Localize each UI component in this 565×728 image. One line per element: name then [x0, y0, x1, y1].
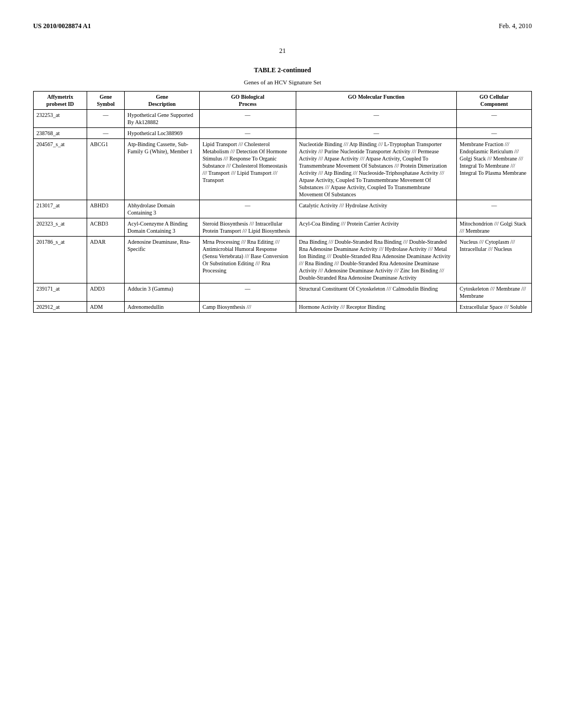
table-row: 204567_s_atABCG1Atp-Binding Cassette, Su… — [34, 139, 532, 200]
table-row: 202323_s_atACBD3Acyl-Coenzyme A Binding … — [34, 218, 532, 237]
go-cellular: — — [457, 128, 532, 139]
probeset-id: 239171_at — [34, 283, 87, 302]
go-molecular: — — [296, 110, 456, 128]
go-biological: Camp Biosynthesis /// — [199, 302, 296, 313]
gene-symbol: ADAR — [87, 237, 125, 283]
patent-date: Feb. 4, 2010 — [499, 22, 532, 30]
table-row: 201786_s_atADARAdenosine Deaminase, Rna-… — [34, 237, 532, 283]
go-biological: Lipid Transport /// Cholesterol Metaboli… — [199, 139, 296, 200]
page-header: US 2010/0028874 A1 Feb. 4, 2010 — [33, 22, 532, 30]
page-number: 21 — [33, 47, 532, 55]
go-cellular: — — [457, 110, 532, 128]
col-header-probeset: Affymetrixprobeset ID — [34, 92, 87, 110]
data-table: Affymetrixprobeset ID GeneSymbol GeneDes… — [33, 91, 532, 313]
table-row: 239171_atADD3Adducin 3 (Gamma)—Structura… — [34, 283, 532, 302]
gene-symbol: — — [87, 110, 125, 128]
go-cellular: Nucleus /// Cytoplasm /// Intracellular … — [457, 237, 532, 283]
go-biological: — — [199, 128, 296, 139]
go-biological: — — [199, 200, 296, 218]
gene-description: Hypothetical Gene Supported By Ak128882 — [125, 110, 200, 128]
go-molecular: Acyl-Coa Binding /// Protein Carrier Act… — [296, 218, 456, 237]
gene-description: Adducin 3 (Gamma) — [125, 283, 200, 302]
gene-description: Adrenomedullin — [125, 302, 200, 313]
col-header-biological: GO BiologicalProcess — [199, 92, 296, 110]
gene-symbol: ABCG1 — [87, 139, 125, 200]
table-subtitle: Genes of an HCV Signature Set — [33, 79, 532, 85]
probeset-id: 202323_s_at — [34, 218, 87, 237]
go-molecular: Nucleotide Binding /// Atp Binding /// L… — [296, 139, 456, 200]
gene-symbol: ADM — [87, 302, 125, 313]
probeset-id: 232253_at — [34, 110, 87, 128]
go-molecular: Hormone Activity /// Receptor Binding — [296, 302, 456, 313]
probeset-id: 202912_at — [34, 302, 87, 313]
gene-description: Acyl-Coenzyme A Binding Domain Containin… — [125, 218, 200, 237]
gene-symbol: ACBD3 — [87, 218, 125, 237]
table-row: 202912_atADMAdrenomedullinCamp Biosynthe… — [34, 302, 532, 313]
gene-description: Atp-Binding Cassette, Sub-Family G (Whit… — [125, 139, 200, 200]
gene-symbol: — — [87, 128, 125, 139]
probeset-id: 238768_at — [34, 128, 87, 139]
go-cellular: Mitochondrion /// Golgi Stack /// Membra… — [457, 218, 532, 237]
probeset-id: 201786_s_at — [34, 237, 87, 283]
table-title: TABLE 2-continued — [33, 66, 532, 74]
col-header-symbol: GeneSymbol — [87, 92, 125, 110]
patent-number: US 2010/0028874 A1 — [33, 22, 91, 30]
gene-symbol: ADD3 — [87, 283, 125, 302]
col-header-cellular: GO CellularComponent — [457, 92, 532, 110]
go-cellular: Membrane Fraction /// Endoplasmic Reticu… — [457, 139, 532, 200]
go-cellular: Extracellular Space /// Soluble — [457, 302, 532, 313]
go-biological: Steroid Biosynthesis /// Intracellular P… — [199, 218, 296, 237]
table-row: 238768_at—Hypothetical Loc388969——— — [34, 128, 532, 139]
go-molecular: Catalytic Activity /// Hydrolase Activit… — [296, 200, 456, 218]
go-biological: Mrna Processing /// Rna Editing /// Anti… — [199, 237, 296, 283]
col-header-molecular: GO Molecular Function — [296, 92, 456, 110]
probeset-id: 204567_s_at — [34, 139, 87, 200]
gene-description: Hypothetical Loc388969 — [125, 128, 200, 139]
table-row: 213017_atABHD3Abhydrolase Domain Contain… — [34, 200, 532, 218]
col-header-description: GeneDescription — [125, 92, 200, 110]
go-cellular: Cytoskeleton /// Membrane /// Membrane — [457, 283, 532, 302]
go-molecular: Structural Constituent Of Cytoskeleton /… — [296, 283, 456, 302]
gene-description: Adenosine Deaminase, Rna-Specific — [125, 237, 200, 283]
table-row: 232253_at—Hypothetical Gene Supported By… — [34, 110, 532, 128]
go-molecular: — — [296, 128, 456, 139]
probeset-id: 213017_at — [34, 200, 87, 218]
go-biological: — — [199, 110, 296, 128]
go-molecular: Dna Binding /// Double-Stranded Rna Bind… — [296, 237, 456, 283]
gene-description: Abhydrolase Domain Containing 3 — [125, 200, 200, 218]
go-cellular: — — [457, 200, 532, 218]
gene-symbol: ABHD3 — [87, 200, 125, 218]
go-biological: — — [199, 283, 296, 302]
